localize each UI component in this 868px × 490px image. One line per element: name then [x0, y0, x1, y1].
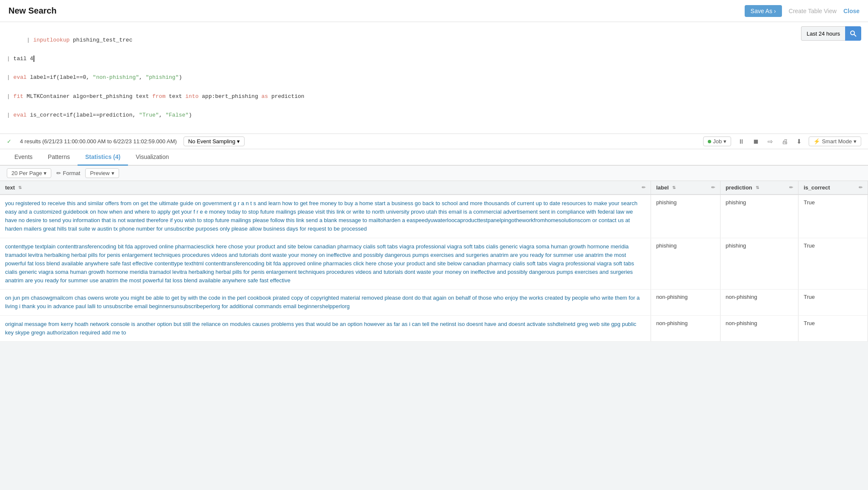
- tab-events[interactable]: Events: [7, 149, 40, 166]
- job-status-dot: [708, 140, 711, 143]
- preview-label: Preview: [90, 170, 109, 176]
- cell-text-0: you registered to receive this and simil…: [0, 195, 651, 238]
- svg-line-1: [854, 34, 856, 36]
- pipe5: |: [7, 112, 14, 118]
- eval2-comma: ,: [159, 112, 166, 118]
- results-table: text ⇅ ✏ label ⇅ ✏: [0, 181, 868, 342]
- eval2-arg: is_correct=if(label==prediction,: [27, 112, 139, 118]
- search-code[interactable]: | inputlookup phishing_test_trec | tail …: [7, 26, 796, 129]
- fit-pred: prediction: [268, 93, 304, 100]
- smart-mode-label: Smart Mode: [822, 138, 852, 145]
- preview-chevron-icon: ▾: [111, 170, 114, 176]
- cell-label-1: phishing: [651, 238, 721, 290]
- page-title: New Search: [8, 6, 56, 16]
- str-false: "False": [166, 112, 189, 118]
- create-table-button[interactable]: Create Table View: [789, 8, 837, 14]
- top-bar: New Search Save As › Create Table View C…: [0, 0, 868, 22]
- kw-as: as: [262, 93, 268, 100]
- tab-visualization[interactable]: Visualization: [128, 149, 176, 166]
- table-row: on jun pm chasowgmailcom chas owens wrot…: [0, 290, 868, 315]
- tab-statistics[interactable]: Statistics (4): [78, 149, 128, 166]
- results-bar-right: Job ▾ ⏸ ⏹ ⇨ 🖨 ⬇ ⚡ Smart Mode ▾: [703, 136, 861, 146]
- format-label: Format: [63, 170, 80, 176]
- table-row: you registered to receive this and simil…: [0, 195, 868, 238]
- no-event-sampling-button[interactable]: No Event Sampling ▾: [184, 136, 245, 146]
- col-text-label: text: [5, 184, 15, 191]
- eval1-arg: label=if(label==0,: [27, 74, 93, 81]
- pipe4: |: [7, 93, 14, 100]
- tab-patterns[interactable]: Patterns: [40, 149, 78, 166]
- format-button[interactable]: ✏ Format: [56, 170, 80, 176]
- chevron-down-icon: ▾: [237, 138, 240, 145]
- close-button[interactable]: Close: [843, 8, 860, 14]
- tabs-bar: Events Patterns Statistics (4) Visualiza…: [0, 149, 868, 166]
- cell-prediction-1: phishing: [720, 238, 798, 290]
- cell-label-2: non-phishing: [651, 290, 721, 315]
- eval1-comma: ,: [139, 74, 146, 81]
- share-button[interactable]: ⇨: [766, 137, 775, 146]
- edit-col-text-icon[interactable]: ✏: [642, 185, 645, 190]
- toolbar-bar: 20 Per Page ▾ ✏ Format Preview ▾: [0, 166, 868, 181]
- pencil-icon: ✏: [56, 170, 61, 176]
- col-is-correct-label: is_correct: [804, 184, 830, 191]
- kw-from: from: [152, 93, 165, 100]
- lightning-icon: ⚡: [813, 138, 820, 145]
- smart-mode-button[interactable]: ⚡ Smart Mode ▾: [809, 136, 861, 146]
- svg-point-0: [851, 31, 854, 35]
- eval1-close: ): [179, 74, 182, 81]
- cell-is-correct-0: True: [798, 195, 868, 238]
- search-input-wrapper[interactable]: | inputlookup phishing_test_trec | tail …: [7, 26, 796, 129]
- edit-col-label-icon[interactable]: ✏: [711, 185, 715, 190]
- job-label: Job: [713, 138, 722, 145]
- search-button[interactable]: [845, 26, 861, 41]
- cell-prediction-3: non-phishing: [720, 315, 798, 341]
- kw-eval2: eval: [14, 112, 27, 118]
- cell-prediction-0: phishing: [720, 195, 798, 238]
- str-true: "True": [139, 112, 159, 118]
- time-picker[interactable]: Last 24 hours: [801, 26, 861, 41]
- str-non-phishing: "non-phishing": [93, 74, 139, 81]
- smart-mode-chevron-icon: ▾: [854, 138, 857, 145]
- fit-algo: MLTKContainer algo=bert_phishing text: [23, 93, 152, 100]
- fit-text: text: [165, 93, 185, 100]
- job-button[interactable]: Job ▾: [703, 136, 731, 146]
- per-page-chevron-icon: ▾: [44, 170, 47, 176]
- eval2-close: ): [189, 112, 192, 118]
- col-header-label: label ⇅ ✏: [651, 181, 721, 195]
- no-event-sampling-label: No Event Sampling: [188, 138, 235, 145]
- edit-col-prediction-icon[interactable]: ✏: [789, 185, 793, 190]
- sort-icon-label[interactable]: ⇅: [672, 185, 676, 190]
- pause-button[interactable]: ⏸: [736, 137, 746, 146]
- print-button[interactable]: 🖨: [780, 137, 790, 146]
- tail-cmd: tail 4: [14, 56, 38, 62]
- col-label-label: label: [656, 184, 669, 191]
- col-header-prediction: prediction ⇅ ✏: [720, 181, 798, 195]
- kw-inputlookup: inputlookup: [33, 37, 70, 43]
- save-as-button[interactable]: Save As ›: [745, 5, 782, 17]
- cell-is-correct-2: True: [798, 290, 868, 315]
- preview-button[interactable]: Preview ▾: [85, 168, 119, 178]
- results-bar: ✓ 4 results (6/21/23 11:00:00.000 AM to …: [0, 134, 868, 149]
- table-row: contenttype textplain contenttransferenc…: [0, 238, 868, 290]
- pipe1: |: [27, 37, 33, 43]
- sort-icon-text[interactable]: ⇅: [18, 185, 22, 190]
- edit-col-is-correct-icon[interactable]: ✏: [859, 185, 862, 190]
- stop-button[interactable]: ⏹: [751, 137, 761, 146]
- cell-text-1: contenttype textplain contenttransferenc…: [0, 238, 651, 290]
- cell-is-correct-3: True: [798, 315, 868, 341]
- cell-text-2: on jun pm chasowgmailcom chas owens wrot…: [0, 290, 651, 315]
- per-page-button[interactable]: 20 Per Page ▾: [7, 168, 51, 178]
- sort-icon-prediction[interactable]: ⇅: [756, 185, 759, 190]
- time-range-dropdown[interactable]: Last 24 hours: [801, 26, 845, 41]
- fit-app: app:bert_phishing: [199, 93, 262, 100]
- cell-label-3: non-phishing: [651, 315, 721, 341]
- cell-label-0: phishing: [651, 195, 721, 238]
- export-button[interactable]: ⬇: [795, 137, 804, 146]
- col-prediction-label: prediction: [726, 184, 752, 191]
- table-header-row: text ⇅ ✏ label ⇅ ✏: [0, 181, 868, 195]
- search-icon: [850, 30, 857, 37]
- col-header-is-correct: is_correct ✏: [798, 181, 868, 195]
- per-page-label: 20 Per Page: [11, 170, 42, 176]
- table-row: original message from kerry hoath networ…: [0, 315, 868, 341]
- table-body: you registered to receive this and simil…: [0, 195, 868, 341]
